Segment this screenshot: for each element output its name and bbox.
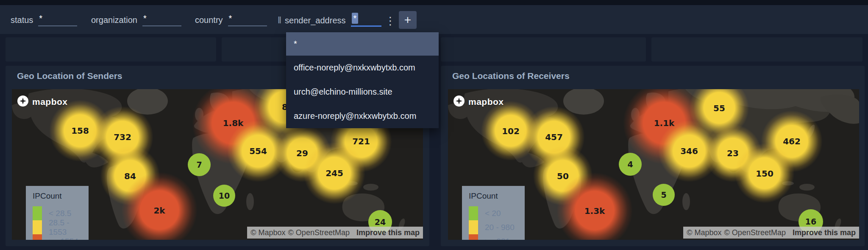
filter-value-input[interactable]: * — [228, 12, 267, 26]
kebab-menu-icon[interactable]: ⋮ — [385, 15, 395, 26]
osm-attribution-link[interactable]: © OpenStreetMap — [724, 228, 786, 237]
legend-label: < 28.5 — [49, 209, 71, 218]
mapbox-logo[interactable]: mapbox — [17, 95, 68, 109]
mapbox-attribution-link[interactable]: © Mapbox — [250, 228, 285, 237]
mapbox-logo[interactable]: mapbox — [453, 95, 504, 109]
filter-label: country — [195, 14, 223, 26]
mapbox-logo-icon — [17, 95, 29, 109]
top-strip — [0, 0, 868, 5]
legend-entry: < 20 — [469, 206, 525, 220]
filter-label: status — [11, 14, 33, 26]
mapbox-logo-text: mapbox — [32, 97, 68, 107]
legend-entry: >= 981 — [469, 234, 525, 240]
map-cluster-bubble[interactable]: 245 — [303, 141, 366, 205]
mapbox-logo-text: mapbox — [468, 97, 504, 107]
dropdown-option[interactable]: office-noreply@nxkxwbytxb.com — [286, 56, 439, 80]
osm-attribution-link[interactable]: © OpenStreetMap — [288, 228, 350, 237]
map-attribution: © Mapbox © OpenStreetMap Improve this ma… — [247, 227, 423, 239]
legend-label: >= 1554 — [49, 237, 78, 240]
legend-swatch — [33, 220, 42, 234]
receivers-map[interactable]: 1024571.1k553462346215050451.3k16 mapbox… — [448, 89, 859, 240]
legend-swatch — [469, 234, 478, 240]
map-cluster-bubble[interactable]: 4 — [619, 153, 642, 176]
map-cluster-bubble[interactable]: 150 — [734, 143, 796, 204]
mapbox-attribution-link[interactable]: © Mapbox — [687, 228, 721, 237]
legend-swatch — [469, 206, 478, 220]
panel-title: Geo Locations of Receivers — [452, 71, 570, 81]
sender-address-dropdown: * office-noreply@nxkxwbytxb.com urch@elc… — [286, 32, 439, 128]
legend-entry: 28.5 - 1553 — [33, 220, 89, 234]
sender-address-input[interactable]: * — [351, 12, 381, 27]
legend-swatch — [33, 206, 42, 220]
improve-map-link[interactable]: Improve this map — [793, 228, 856, 237]
panel-title: Geo Location of Senders — [17, 71, 122, 81]
filter-country[interactable]: country * — [195, 12, 267, 26]
map-cluster-bubble[interactable]: 10 — [213, 185, 235, 207]
improve-map-link[interactable]: Improve this map — [356, 228, 420, 237]
legend-label: 28.5 - 1553 — [49, 218, 89, 237]
panel-fragment — [651, 37, 862, 62]
add-filter-button[interactable]: + — [399, 11, 417, 29]
legend-swatch — [33, 234, 42, 240]
filter-value-input[interactable]: * — [38, 12, 77, 26]
ipcount-legend: IPCount < 28.528.5 - 1553>= 1554 — [26, 186, 89, 240]
filter-label: sender_address — [285, 14, 345, 27]
legend-title: IPCount — [469, 191, 525, 201]
drag-handle-icon[interactable]: ‖ — [278, 14, 281, 27]
dropdown-option[interactable]: azure-noreply@nxkxwbytxb.com — [286, 104, 439, 128]
mapbox-logo-icon — [453, 95, 465, 109]
filter-status[interactable]: status * — [11, 12, 77, 26]
legend-title: IPCount — [33, 191, 89, 201]
dropdown-option[interactable]: * — [286, 32, 439, 56]
map-attribution: © Mapbox © OpenStreetMap Improve this ma… — [683, 227, 859, 239]
legend-swatch — [469, 220, 478, 234]
filter-value-input[interactable]: * — [142, 12, 181, 26]
map-cluster-bubble[interactable]: 7 — [188, 153, 211, 176]
legend-label: >= 981 — [485, 237, 510, 240]
ipcount-legend: IPCount < 2020 - 980>= 981 — [462, 186, 525, 240]
legend-entries: < 28.528.5 - 1553>= 1554 — [33, 206, 89, 240]
panel-fragment — [6, 37, 216, 62]
selected-text: * — [352, 13, 359, 24]
filter-bar: status * organization * country * ‖ send… — [0, 5, 868, 34]
dashboard: status * organization * country * ‖ send… — [0, 0, 868, 250]
legend-entries: < 2020 - 980>= 981 — [469, 206, 525, 240]
panel-geo-receivers: Geo Locations of Receivers 1024571.1k553… — [441, 66, 865, 246]
legend-entry: 20 - 980 — [469, 220, 525, 234]
legend-label: < 20 — [485, 209, 501, 218]
legend-label: 20 - 980 — [485, 223, 515, 232]
map-cluster-bubble[interactable]: 5 — [653, 184, 675, 206]
dropdown-option[interactable]: urch@elchino-millions.site — [286, 80, 439, 104]
panel-fragment — [441, 37, 646, 62]
filter-sender-address[interactable]: ‖ sender_address * — [278, 12, 381, 27]
filter-label: organization — [91, 14, 137, 26]
filter-organization[interactable]: organization * — [91, 12, 181, 26]
